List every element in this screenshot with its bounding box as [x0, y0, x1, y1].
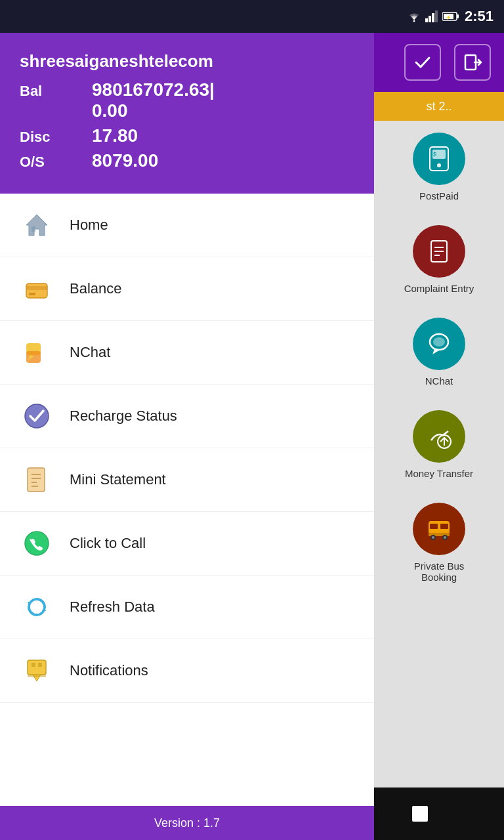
svg-point-29 [444, 536, 446, 539]
svg-rect-48 [32, 663, 35, 667]
nchat-menu-label: NChat [70, 344, 110, 361]
svg-rect-2 [429, 16, 431, 22]
navigation-drawer: shreesaiganeshtelecom Bal 980167072.63| … [0, 33, 374, 840]
shop-name: shreesaiganeshtelecom [20, 51, 354, 72]
bal-label: Bal [20, 83, 72, 100]
svg-rect-36 [26, 351, 41, 363]
os-value: 8079.00 [92, 150, 158, 171]
svg-rect-33 [26, 286, 47, 290]
svg-rect-24 [440, 524, 448, 529]
menu-item-click-to-call[interactable]: Click to Call [0, 512, 374, 576]
svg-rect-49 [38, 663, 42, 667]
postpaid-icon: $ [413, 133, 465, 185]
bus-booking-icon [413, 503, 465, 555]
svg-text:⚡: ⚡ [446, 14, 452, 20]
svg-point-19 [433, 337, 445, 346]
svg-rect-39 [28, 468, 45, 492]
bus-booking-label: Private BusBooking [414, 560, 465, 583]
svg-rect-32 [26, 284, 47, 298]
nchat-menu-icon [20, 335, 54, 369]
disc-label: Disc [20, 129, 72, 146]
svg-rect-23 [430, 524, 438, 529]
menu-item-balance[interactable]: Balance [0, 257, 374, 321]
menu-item-recharge-status[interactable]: Recharge Status [0, 385, 374, 448]
postpaid-label: PostPaid [419, 190, 459, 201]
notification-text: st 2.. [426, 100, 452, 114]
refresh-data-label: Refresh Data [70, 598, 155, 616]
battery-icon: ⚡ [442, 11, 459, 22]
drawer-footer: Version : 1.7 [0, 806, 374, 840]
svg-rect-3 [432, 13, 434, 22]
signal-icon [425, 10, 438, 22]
bal-value: 980167072.63| [92, 79, 215, 100]
home-label: Home [70, 217, 108, 234]
nchat-icon [413, 318, 465, 370]
balance-row: Bal 980167072.63| 0.00 [20, 79, 354, 121]
mini-statement-icon [20, 463, 54, 497]
balance-menu-icon [20, 272, 54, 306]
menu-item-refresh-data[interactable]: Refresh Data [0, 576, 374, 639]
disc-row: Disc 17.80 [20, 125, 354, 146]
grid-item-nchat[interactable]: NChat [374, 306, 504, 398]
svg-text:$: $ [433, 151, 436, 158]
svg-rect-47 [28, 660, 46, 675]
balance-label: Balance [70, 280, 122, 297]
svg-point-38 [25, 404, 49, 428]
os-row: O/S 8079.00 [20, 150, 354, 171]
complaint-icon [413, 225, 465, 278]
recharge-status-label: Recharge Status [70, 408, 177, 425]
svg-rect-53 [412, 806, 428, 822]
svg-rect-34 [29, 293, 35, 295]
svg-rect-31 [32, 226, 35, 232]
complaint-label: Complaint Entry [404, 283, 474, 294]
grid-item-postpaid[interactable]: $ PostPaid [374, 121, 504, 213]
grid-item-bus-booking[interactable]: Private BusBooking [374, 491, 504, 595]
svg-marker-30 [26, 215, 47, 236]
wifi-icon [407, 10, 421, 22]
notifications-label: Notifications [70, 662, 148, 679]
os-label: O/S [20, 154, 72, 171]
click-to-call-label: Click to Call [70, 535, 146, 552]
recent-apps-button[interactable] [406, 799, 434, 828]
drawer-menu: Home Balance NChat [0, 194, 374, 703]
menu-item-notifications[interactable]: Notifications [0, 639, 374, 703]
disc-value: 17.80 [92, 125, 138, 146]
logout-action-button[interactable] [454, 44, 491, 81]
grid-item-complaint[interactable]: Complaint Entry [374, 213, 504, 306]
status-icons: ⚡ [407, 10, 459, 22]
bal-value2: 0.00 [92, 100, 215, 121]
menu-item-home[interactable]: Home [0, 194, 374, 257]
svg-rect-6 [457, 14, 459, 18]
money-transfer-label: Money Transfer [405, 468, 473, 479]
svg-point-12 [437, 163, 441, 167]
menu-item-mini-statement[interactable]: Mini Statement [0, 448, 374, 512]
grid-item-money-transfer[interactable]: Money Transfer [374, 398, 504, 491]
notification-bar: st 2.. [374, 92, 504, 121]
svg-point-44 [25, 532, 49, 555]
notifications-icon [20, 654, 54, 688]
mini-statement-label: Mini Statement [70, 471, 166, 488]
svg-rect-1 [425, 18, 428, 22]
recharge-status-icon [20, 399, 54, 433]
refresh-data-icon [20, 590, 54, 624]
svg-point-0 [413, 20, 415, 22]
status-bar: ⚡ 2:51 [0, 0, 504, 33]
svg-rect-50 [28, 675, 46, 677]
click-to-call-icon [20, 526, 54, 560]
status-time: 2:51 [465, 8, 494, 25]
menu-item-nchat[interactable]: NChat [0, 321, 374, 385]
right-panel: $ PostPaid Complaint Entry NChat [374, 121, 504, 595]
drawer-header: shreesaiganeshtelecom Bal 980167072.63| … [0, 33, 374, 194]
check-action-button[interactable] [404, 44, 441, 81]
svg-rect-4 [435, 10, 438, 22]
version-text: Version : 1.7 [154, 816, 220, 830]
money-transfer-icon [413, 410, 465, 463]
svg-point-27 [432, 536, 434, 539]
nchat-right-label: NChat [425, 375, 453, 387]
home-menu-icon [20, 208, 54, 242]
